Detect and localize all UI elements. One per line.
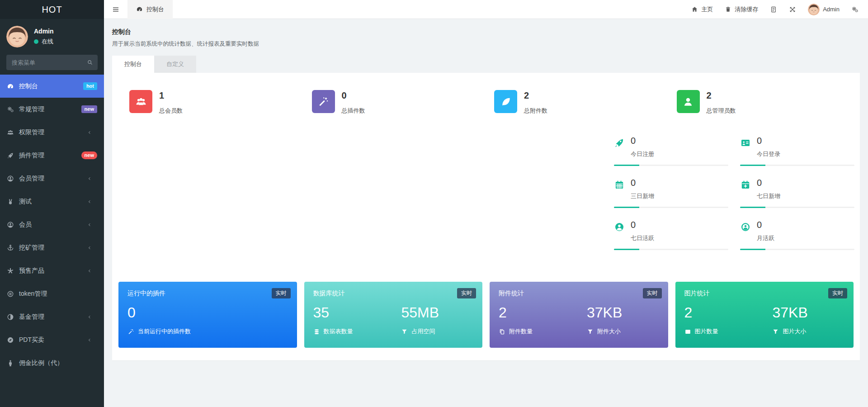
gears-icon (851, 6, 859, 13)
card-label: 图片数量 (695, 327, 718, 336)
sidebar-menu: 控制台 hot 常规管理 new 权限管理 插件管理 new 会员管理 测试 (0, 75, 104, 374)
user-menu[interactable]: Admin (802, 0, 845, 19)
sidebar-item-general[interactable]: 常规管理 new (0, 98, 104, 121)
rocket-icon (614, 137, 625, 148)
sidebar-item-presale[interactable]: 预售产品 (0, 259, 104, 282)
main-content: 控制台 用于展示当前系统中的统计数据、统计报表及重要实时数据 控制台 自定义 1… (104, 19, 868, 407)
sidebar-item-permissions[interactable]: 权限管理 (0, 121, 104, 144)
topbar-user-label: Admin (823, 6, 840, 13)
stat-total-attachments: 2总附件数 (486, 90, 669, 115)
online-dot (34, 39, 38, 44)
menu-search (6, 55, 98, 70)
tachometer-icon (7, 83, 14, 90)
user-status-label: 在线 (42, 38, 53, 46)
calendar-plus-icon (740, 180, 751, 190)
stat-label: 总管理员数 (707, 107, 736, 115)
mini-label: 今日登录 (757, 150, 780, 158)
settings-button[interactable] (845, 0, 864, 19)
card-database-stats: 数据库统计 实时 3555MB 数据表数量 占用空间 (304, 282, 483, 348)
mini-value: 0 (631, 136, 654, 145)
mini-label: 七日活跃 (631, 234, 654, 242)
compass-icon (7, 336, 14, 344)
funnel-icon (401, 328, 408, 335)
card-title: 图片统计 (684, 289, 845, 298)
stats-row: 1总会员数 0总插件数 2总附件数 2总管理员数 (112, 73, 860, 115)
search-input[interactable] (6, 55, 98, 70)
sidebar-item-token[interactable]: token管理 (0, 282, 104, 305)
rocket-icon (7, 152, 14, 159)
adjust-icon (7, 313, 14, 321)
trash-icon (725, 6, 731, 13)
mini-label: 三日新增 (631, 192, 654, 200)
chevron-left-icon (87, 268, 92, 274)
progress-bar (614, 249, 728, 250)
sidebar-item-label: 预售产品 (19, 267, 44, 275)
sidebar-toggle-button[interactable] (104, 0, 127, 19)
user-name: Admin (34, 28, 54, 35)
card-value: 55MB (401, 305, 439, 320)
male-icon (7, 360, 14, 367)
user-ring-icon (740, 222, 751, 232)
chevron-left-icon (87, 222, 92, 227)
leaf-icon (494, 90, 517, 113)
dashboard-panel: 1总会员数 0总插件数 2总附件数 2总管理员数 0今日注册 (112, 73, 860, 360)
funnel-icon (772, 328, 779, 335)
chevron-left-icon (87, 176, 92, 181)
sidebar-item-members[interactable]: 会员管理 (0, 167, 104, 190)
page-title: 控制台 (112, 28, 860, 36)
sidebar-item-plugins[interactable]: 插件管理 new (0, 144, 104, 167)
mini-value: 0 (757, 178, 780, 187)
tab-console[interactable]: 控制台 (112, 56, 154, 73)
sidebar-item-test[interactable]: 测试 (0, 190, 104, 213)
sidebar-item-label: 佣金比例（代） (19, 359, 63, 367)
chevron-left-icon (87, 130, 92, 135)
avatar (808, 4, 820, 15)
card-running-plugins: 运行中的插件 实时 0 当前运行中的插件数 (118, 282, 297, 348)
fullscreen-button[interactable] (783, 0, 802, 19)
sidebar-item-mining[interactable]: 挖矿管理 (0, 236, 104, 259)
mini-stat-today-register: 0今日注册 (614, 135, 728, 166)
topbar-tab-console[interactable]: 控制台 (127, 0, 173, 19)
hot-badge: hot (83, 82, 97, 90)
mini-stat-7day-active: 0七日活跃 (614, 219, 728, 250)
new-badge: new (81, 105, 97, 113)
sidebar-item-member[interactable]: 会员 (0, 213, 104, 236)
database-icon (313, 328, 320, 335)
brand: HOT (0, 0, 104, 19)
language-button[interactable] (764, 0, 783, 19)
home-icon (691, 6, 698, 13)
wand-icon (312, 90, 335, 113)
sidebar-item-fund[interactable]: 基金管理 (0, 305, 104, 328)
progress-bar (740, 165, 854, 166)
stat-value: 2 (707, 91, 736, 100)
tab-custom[interactable]: 自定义 (154, 56, 196, 73)
realtime-badge: 实时 (457, 288, 476, 298)
expand-icon (789, 6, 796, 13)
users-icon (7, 129, 14, 136)
home-button[interactable]: 主页 (685, 0, 719, 19)
home-label: 主页 (701, 5, 713, 14)
card-value: 37KB (772, 305, 807, 320)
sidebar-item-label: 控制台 (19, 82, 38, 90)
realtime-badge: 实时 (272, 288, 291, 298)
progress-bar (614, 165, 728, 166)
chevron-left-icon (87, 199, 92, 204)
brand-title: HOT (42, 5, 62, 14)
sidebar-item-console[interactable]: 控制台 hot (0, 75, 104, 98)
card-value: 2 (499, 305, 587, 320)
sidebar-item-commission[interactable]: 佣金比例（代） (0, 351, 104, 374)
sidebar-item-label: token管理 (19, 290, 47, 298)
address-card-icon (740, 137, 751, 148)
copy-icon (499, 328, 505, 335)
sidebar-item-pdt-trade[interactable]: PDT买卖 (0, 328, 104, 351)
sidebar: HOT Admin 在线 控制台 hot 常规管理 new 权限管理 插件管理 (0, 0, 104, 407)
burst-icon (7, 267, 14, 274)
clear-cache-button[interactable]: 清除缓存 (719, 0, 764, 19)
summary-cards: 运行中的插件 实时 0 当前运行中的插件数 数据库统计 实时 3555MB 数据… (118, 282, 854, 348)
mini-stat-3day-new: 0三日新增 (614, 177, 728, 208)
wand-icon (127, 328, 134, 335)
image-icon (684, 328, 691, 335)
progress-bar (740, 249, 854, 250)
sidebar-item-label: 权限管理 (19, 128, 44, 137)
mini-stat-today-login: 0今日登录 (740, 135, 854, 166)
